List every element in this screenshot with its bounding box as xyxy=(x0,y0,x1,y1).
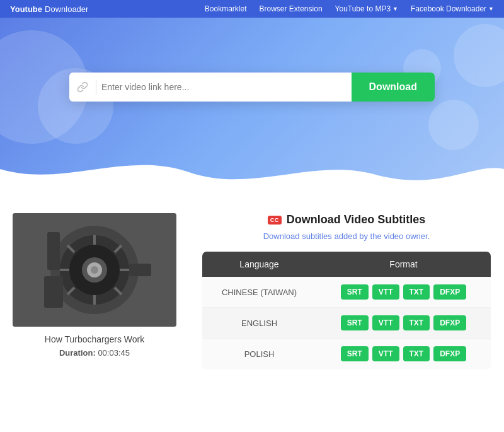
format-btn-srt[interactable]: SRT xyxy=(341,346,369,361)
navbar: Youtube Downloader Bookmarklet Browser E… xyxy=(0,0,504,18)
format-btn-vtt[interactable]: VTT xyxy=(372,284,399,300)
nav-brand: Youtube Downloader xyxy=(10,4,88,14)
format-btn-txt[interactable]: TXT xyxy=(403,315,430,330)
table-row: CHINESE (TAIWAN)SRTVTTTXTDFXP xyxy=(202,277,491,308)
subtitles-subtext: Download subtitles added by the video ow… xyxy=(202,231,491,241)
table-row: POLISHSRTVTTTXTDFXP xyxy=(202,339,491,370)
col-language: Language xyxy=(202,252,317,277)
col-format: Format xyxy=(316,252,491,277)
hero-section: Download xyxy=(0,18,504,194)
format-buttons: SRTVTTTXTDFXP xyxy=(326,315,481,330)
format-btn-vtt[interactable]: VTT xyxy=(372,315,399,330)
video-thumbnail xyxy=(13,213,176,327)
nav-facebook-downloader[interactable]: Facebook Downloader ▼ xyxy=(411,4,494,13)
facebook-downloader-dropdown-arrow: ▼ xyxy=(488,6,494,12)
video-panel: How Turbochargers Work Duration: 00:03:4… xyxy=(13,213,176,370)
search-divider xyxy=(96,79,96,95)
search-input[interactable] xyxy=(101,73,352,101)
subtitles-title: Download Video Subtitles xyxy=(287,213,426,226)
svg-rect-14 xyxy=(129,264,151,276)
format-btn-srt[interactable]: SRT xyxy=(341,284,369,300)
svg-rect-15 xyxy=(47,232,60,270)
table-header: Language Format xyxy=(202,252,491,277)
format-btn-srt[interactable]: SRT xyxy=(341,315,369,330)
svg-point-17 xyxy=(91,266,98,274)
subtitles-table: Language Format CHINESE (TAIWAN)SRTVTTTX… xyxy=(202,251,491,370)
nav-links: Bookmarklet Browser Extension YouTube to… xyxy=(205,4,494,13)
cc-badge: CC xyxy=(268,216,282,225)
brand-youtube: Youtube xyxy=(10,4,42,14)
search-bar: Download xyxy=(69,73,435,102)
format-btn-dfxp[interactable]: DFXP xyxy=(433,284,466,300)
format-btn-vtt[interactable]: VTT xyxy=(372,346,399,361)
svg-rect-13 xyxy=(44,276,63,308)
deco-circle-3 xyxy=(454,24,504,87)
lang-cell: POLISH xyxy=(202,339,317,370)
duration-value: 00:03:45 xyxy=(98,348,130,358)
deco-circle-4 xyxy=(428,100,479,150)
format-btn-txt[interactable]: TXT xyxy=(403,346,430,361)
subtitles-panel: CC Download Video Subtitles Download sub… xyxy=(202,213,491,370)
nav-browser-extension[interactable]: Browser Extension xyxy=(260,4,323,13)
youtube-mp3-dropdown-arrow: ▼ xyxy=(392,6,398,12)
nav-youtube-mp3[interactable]: YouTube to MP3 ▼ xyxy=(335,4,398,13)
lang-cell: ENGLISH xyxy=(202,308,317,339)
format-buttons: SRTVTTTXTDFXP xyxy=(326,346,481,361)
format-btn-dfxp[interactable]: DFXP xyxy=(433,315,466,330)
main-content: How Turbochargers Work Duration: 00:03:4… xyxy=(0,194,504,395)
format-btn-txt[interactable]: TXT xyxy=(403,284,430,300)
download-button[interactable]: Download xyxy=(352,73,435,102)
link-icon xyxy=(69,81,96,93)
table-row: ENGLISHSRTVTTTXTDFXP xyxy=(202,308,491,339)
format-cell: SRTVTTTXTDFXP xyxy=(316,339,491,370)
nav-bookmarklet[interactable]: Bookmarklet xyxy=(205,4,247,13)
format-cell: SRTVTTTXTDFXP xyxy=(316,308,491,339)
wave-decoration xyxy=(0,144,504,194)
duration-label: Duration: xyxy=(59,348,96,358)
brand-downloader: Downloader xyxy=(45,4,88,14)
lang-cell: CHINESE (TAIWAN) xyxy=(202,277,317,308)
video-duration: Duration: 00:03:45 xyxy=(13,348,176,358)
subtitles-heading: CC Download Video Subtitles xyxy=(202,213,491,226)
video-title: How Turbochargers Work xyxy=(13,334,176,344)
format-cell: SRTVTTTXTDFXP xyxy=(316,277,491,308)
subtitle-tbody: CHINESE (TAIWAN)SRTVTTTXTDFXPENGLISHSRTV… xyxy=(202,277,491,370)
format-buttons: SRTVTTTXTDFXP xyxy=(326,284,481,300)
format-btn-dfxp[interactable]: DFXP xyxy=(433,346,466,361)
